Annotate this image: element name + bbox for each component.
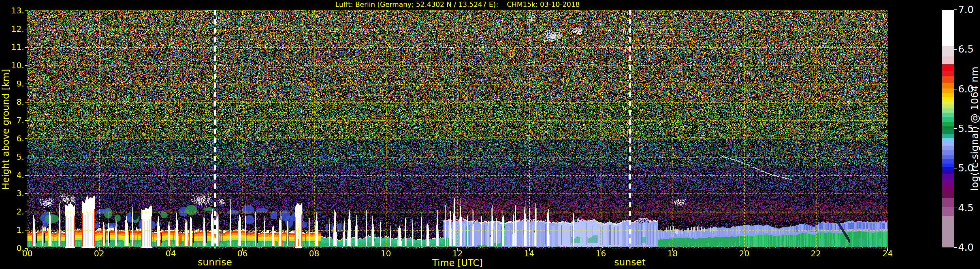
colorbar-tick-mark: [954, 10, 957, 10]
colorbar-tick-label: 4.0: [958, 242, 980, 253]
y-tick-mark: [25, 10, 27, 11]
y-tick-mark: [25, 102, 27, 102]
colorbar-tick-label: 6.5: [958, 44, 980, 55]
y-tick-label: 13.: [0, 6, 24, 15]
x-tick-mark: [242, 248, 243, 251]
x-tick-mark: [601, 248, 601, 251]
y-tick-label: 5.: [0, 153, 24, 162]
x-tick-mark: [744, 248, 745, 251]
y-tick-mark: [25, 157, 27, 158]
colorbar-tick-label: 4.5: [958, 202, 980, 213]
colorbar-tick-mark: [954, 49, 957, 49]
y-tick-mark: [25, 47, 27, 48]
y-tick-mark: [25, 193, 27, 194]
colorbar: [942, 10, 954, 247]
x-tick-mark: [672, 248, 673, 251]
colorbar-label: log(rc-signal) @ 1064 nm: [969, 67, 980, 191]
y-tick-label: 4.: [0, 171, 24, 180]
ceilometer-quicklook: Lufft: Berlin (Germany; 52.4302 N / 13.5…: [0, 0, 980, 269]
x-tick-mark: [314, 248, 315, 251]
y-tick-label: 7.: [0, 116, 24, 125]
y-tick-mark: [25, 84, 27, 84]
y-tick-label: 12.: [0, 24, 24, 33]
x-tick-mark: [27, 248, 28, 251]
y-tick-label: 3.: [0, 189, 24, 198]
x-tick-mark: [386, 248, 386, 251]
y-tick-label: 6.: [0, 134, 24, 143]
x-tick-mark: [99, 248, 100, 251]
sunrise-label: sunrise: [186, 256, 244, 268]
y-tick-mark: [25, 65, 27, 66]
y-tick-mark: [25, 29, 27, 29]
y-tick-label: 10.: [0, 61, 24, 70]
x-tick-mark: [457, 248, 458, 251]
y-tick-label: 9.: [0, 79, 24, 89]
y-tick-mark: [25, 120, 27, 121]
y-tick-label: 11.: [0, 43, 24, 52]
x-tick-mark: [887, 248, 888, 251]
colorbar-tick-label: 7.0: [958, 4, 980, 15]
colorbar-tick-mark: [954, 208, 957, 208]
x-tick-mark: [816, 248, 816, 251]
y-tick-mark: [25, 212, 27, 212]
sunset-label: sunset: [601, 256, 659, 268]
y-tick-mark: [25, 230, 27, 231]
y-tick-label: 2.: [0, 207, 24, 216]
colorbar-tick-mark: [954, 89, 957, 89]
x-axis-label: Time [UTC]: [409, 258, 506, 268]
heatmap-plot: [27, 10, 888, 248]
y-tick-mark: [25, 138, 27, 139]
x-tick-mark: [529, 248, 530, 251]
y-tick-label: 8.: [0, 98, 24, 107]
y-tick-label: 1.: [0, 226, 24, 235]
page-title: Lufft: Berlin (Germany; 52.4302 N / 13.5…: [27, 1, 888, 8]
x-tick-mark: [170, 248, 171, 251]
y-tick-mark: [25, 175, 27, 176]
colorbar-tick-mark: [954, 168, 957, 169]
colorbar-tick-mark: [954, 128, 957, 129]
colorbar-tick-mark: [954, 247, 957, 248]
